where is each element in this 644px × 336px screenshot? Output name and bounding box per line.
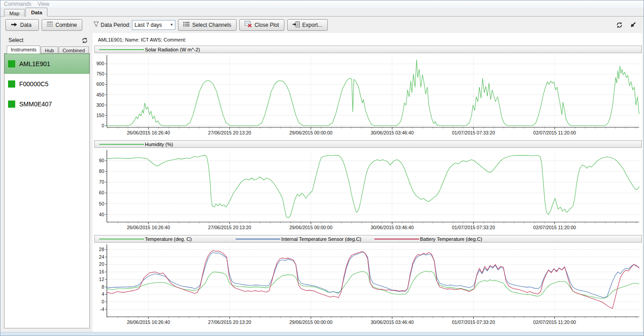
legend-label: Temperature (deg. C) xyxy=(145,236,192,242)
svg-text:70: 70 xyxy=(99,179,104,185)
solar-radiation-chart-header: Solar Radiation (W m^-2) xyxy=(94,46,642,53)
data-period-label: Data Period: xyxy=(101,22,131,28)
channel-list-icon xyxy=(183,21,190,28)
temperature-chart-header: Temperature (deg. C)Internal Temperature… xyxy=(94,235,642,243)
humidity-chart-header: Humidity (%) xyxy=(94,140,642,148)
x-axis-tick-label: 26/06/2015 16:26:40 xyxy=(127,130,170,135)
legend-line-icon xyxy=(99,239,144,239)
x-axis-tick-label: 27/06/2015 20:13:20 xyxy=(208,319,251,325)
legend-internal-temperature-sensor-deg-c: Internal Temperature Sensor (deg.C) xyxy=(236,235,361,242)
data-button[interactable]: Data xyxy=(5,19,39,31)
sidebar-tab-strip: Instruments Hub Combined xyxy=(4,46,90,54)
svg-text:16: 16 xyxy=(99,269,104,274)
sidebar: Select Instruments Hub Combined AML1E901… xyxy=(4,35,90,328)
legend-battery-temperature-deg-c: Battery Temperature (deg.C) xyxy=(374,235,482,242)
svg-text:8: 8 xyxy=(102,284,104,290)
x-axis-tick-label: 26/06/2015 16:26:40 xyxy=(127,225,170,230)
series-solar-radiation-w-m-2 xyxy=(107,60,639,126)
tab-map[interactable]: Map xyxy=(4,9,25,17)
close-plot-button[interactable]: Close Plot xyxy=(239,19,284,31)
refresh-icon[interactable] xyxy=(616,21,623,29)
svg-text:4: 4 xyxy=(102,291,104,297)
instrument-list: AML1E901F00000C5SMM0E407 xyxy=(4,53,90,328)
humidity-chart-block: Humidity (%) 40506070809026/06/2015 16:2… xyxy=(94,140,642,233)
select-channels-button[interactable]: Select Channels xyxy=(178,19,237,31)
series-humidity xyxy=(107,155,639,218)
app-window: Commands View Map Data Data Combine Data… xyxy=(0,0,644,336)
svg-text:28: 28 xyxy=(99,247,104,252)
data-period-value: Last 7 days xyxy=(135,22,162,28)
window-bottom-edge xyxy=(0,332,644,336)
x-axis-tick-label: 01/07/2015 07:33:20 xyxy=(452,225,495,230)
content-area: Select Instruments Hub Combined AML1E901… xyxy=(0,33,644,332)
instrument-item-aml1e901[interactable]: AML1E901 xyxy=(4,54,89,74)
filter-funnel-icon xyxy=(93,21,99,29)
sidebar-tab-instruments[interactable]: Instruments xyxy=(7,46,40,54)
svg-text:600: 600 xyxy=(96,81,104,87)
sidebar-tab-combined[interactable]: Combined xyxy=(59,46,89,54)
solar-radiation-chart-block: Solar Radiation (W m^-2) 015030045060075… xyxy=(94,46,642,138)
data-period-select[interactable]: Last 7 days ▼ xyxy=(132,20,175,30)
sidebar-tab-hub[interactable]: Hub xyxy=(41,46,58,54)
export-icon xyxy=(292,21,300,29)
x-axis-tick-label: 01/07/2015 07:33:20 xyxy=(452,319,495,325)
legend-temperature-deg-c: Temperature (deg. C) xyxy=(99,235,192,242)
legend-line-icon xyxy=(99,49,144,50)
x-axis-tick-label: 29/06/2015 00:00:00 xyxy=(289,225,333,230)
legend-solar-radiation-w-m-2: Solar Radiation (W m^-2) xyxy=(99,46,200,53)
svg-text:80: 80 xyxy=(99,168,104,174)
menu-bar: Commands View xyxy=(0,0,644,8)
close-plot-icon xyxy=(245,21,252,29)
x-axis-tick-label: 27/06/2015 20:13:20 xyxy=(208,225,251,230)
instrument-item-smm0e407[interactable]: SMM0E407 xyxy=(4,94,89,114)
svg-text:0: 0 xyxy=(102,123,104,128)
legend-label: Humidity (%) xyxy=(145,142,173,147)
humidity-chart[interactable]: 40506070809026/06/2015 16:26:4027/06/201… xyxy=(94,148,642,233)
svg-text:-4: -4 xyxy=(100,307,104,312)
x-axis-tick-label: 26/06/2015 16:26:40 xyxy=(127,319,170,325)
toolbar: Data Combine Data Period: Last 7 days ▼ … xyxy=(0,17,644,33)
combine-button[interactable]: Combine xyxy=(42,19,82,31)
x-axis-tick-label: 02/07/2015 11:20:00 xyxy=(533,319,576,325)
x-axis-tick-label: 27/06/2015 20:13:20 xyxy=(208,130,251,135)
svg-text:750: 750 xyxy=(96,71,104,76)
temperature-chart[interactable]: -4048121620242826/06/2015 16:26:4027/06/… xyxy=(94,243,642,328)
x-axis-tick-label: 30/06/2015 03:46:40 xyxy=(371,130,414,135)
x-axis-tick-label: 30/06/2015 03:46:40 xyxy=(371,225,414,230)
instrument-item-f00000c5[interactable]: F00000C5 xyxy=(4,74,89,94)
main-tab-strip: Map Data xyxy=(0,8,644,17)
legend-label: Battery Temperature (deg.C) xyxy=(420,236,482,242)
legend-line-icon xyxy=(374,239,419,239)
svg-text:12: 12 xyxy=(99,277,104,282)
instrument-label: SMM0E407 xyxy=(19,101,52,108)
svg-text:50: 50 xyxy=(99,201,104,206)
svg-text:450: 450 xyxy=(96,92,104,97)
svg-text:0: 0 xyxy=(102,299,104,304)
data-period-group: Data Period: Last 7 days ▼ xyxy=(93,20,178,30)
x-axis-tick-label: 30/06/2015 03:46:40 xyxy=(371,319,414,325)
menu-view[interactable]: View xyxy=(38,1,49,7)
solar-radiation-chart[interactable]: 015030045060075090026/06/2015 16:26:4027… xyxy=(94,53,642,138)
svg-text:90: 90 xyxy=(99,158,104,163)
svg-text:150: 150 xyxy=(96,113,104,118)
export-button[interactable]: Export... xyxy=(287,19,328,31)
instrument-swatch-icon xyxy=(8,80,15,88)
instrument-swatch-icon xyxy=(8,101,15,108)
sidebar-refresh-icon[interactable] xyxy=(81,37,88,44)
instrument-label: F00000C5 xyxy=(19,80,48,88)
svg-text:20: 20 xyxy=(99,261,104,267)
legend-line-icon xyxy=(236,239,280,239)
tab-data[interactable]: Data xyxy=(25,8,47,17)
plot-meta-text: AML1E901; Name: ICT AWS; Comment: xyxy=(98,37,642,42)
x-axis-tick-label: 29/06/2015 00:00:00 xyxy=(289,319,333,325)
x-axis-tick-label: 29/06/2015 00:00:00 xyxy=(289,130,333,135)
svg-text:60: 60 xyxy=(99,190,104,195)
x-axis-tick-label: 01/07/2015 07:33:20 xyxy=(452,130,495,135)
dock-arrow-icon[interactable] xyxy=(630,21,636,28)
svg-text:900: 900 xyxy=(96,61,104,66)
legend-label: Solar Radiation (W m^-2) xyxy=(145,47,200,52)
menu-commands[interactable]: Commands xyxy=(4,1,31,7)
chevron-down-icon: ▼ xyxy=(169,23,175,27)
x-axis-tick-label: 02/07/2015 11:20:00 xyxy=(533,225,576,230)
sidebar-title: Select xyxy=(8,37,23,43)
